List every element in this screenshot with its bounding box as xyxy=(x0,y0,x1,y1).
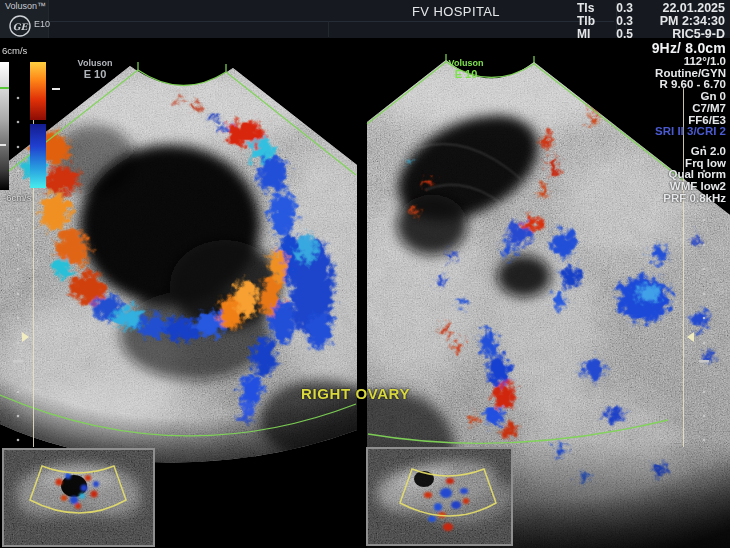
clipboard-thumbnail-1[interactable] xyxy=(2,448,155,547)
annotation-label: RIGHT OVARY xyxy=(301,385,410,402)
brand-name: Voluson™ xyxy=(5,1,46,11)
doppler-colorbar-negative xyxy=(30,124,46,188)
grayscale-bar xyxy=(0,62,9,190)
param-contrast-map: C7/M7 xyxy=(652,103,726,115)
doppler-prf: PRF 0.8kHz xyxy=(652,193,726,205)
svg-text:GE: GE xyxy=(13,22,29,32)
ultrasound-screen: Voluson™ GE E10 FV HOSPITAL TIs 0.3 TIb … xyxy=(0,0,730,548)
thumbnail-2-image xyxy=(368,449,511,544)
right-image-watermark-active: Voluson E 10 xyxy=(434,58,498,80)
watermark-line: E 10 xyxy=(63,69,127,80)
doppler-colorbar-marker xyxy=(52,88,60,90)
hospital-name: FV HOSPITAL xyxy=(380,4,532,19)
acoustic-indices: TIs 0.3 TIb 0.3 MI 0.5 xyxy=(577,2,633,41)
clipboard-thumbnail-2[interactable] xyxy=(366,447,513,546)
velocity-scale-min: -6cm/s xyxy=(3,192,32,203)
left-image-watermark: Voluson E 10 xyxy=(63,58,127,80)
datetime-probe: 22.01.2025 PM 2:34:30 RIC5-9-D xyxy=(660,2,725,41)
velocity-scale-max: 6cm/s xyxy=(2,45,27,56)
ge-logo-icon: GE xyxy=(8,14,32,38)
grayscale-marker xyxy=(0,87,9,89)
index-value: 0.5 xyxy=(616,28,633,41)
grayscale-marker xyxy=(0,144,6,146)
header-bar: Voluson™ GE E10 FV HOSPITAL TIs 0.3 TIb … xyxy=(0,0,730,38)
parameter-column: 9Hz/ 8.0cm 112°/1.0 Routine/GYN R 9.60 -… xyxy=(652,41,726,204)
param-angle-zoom: 112°/1.0 xyxy=(652,56,726,68)
thumbnail-1-image xyxy=(4,450,153,545)
probe-name: RIC5-9-D xyxy=(660,28,725,41)
brand-model: E10 xyxy=(34,19,50,29)
header-divider xyxy=(328,21,329,37)
header-divider xyxy=(50,21,614,22)
watermark-line: E 10 xyxy=(434,69,498,80)
left-ultrasound-image[interactable] xyxy=(0,38,385,478)
index-row: MI 0.5 xyxy=(577,28,633,41)
param-sri-cri: SRI II 3/CRI 2 xyxy=(652,126,726,138)
doppler-colorbar-positive xyxy=(30,62,46,120)
index-label: MI xyxy=(577,28,590,41)
framerate-depth: 9Hz/ 8.0cm xyxy=(652,41,726,56)
doppler-gain: Gn 2.0 xyxy=(652,146,726,158)
doppler-wall-filter: WMF low2 xyxy=(652,181,726,193)
